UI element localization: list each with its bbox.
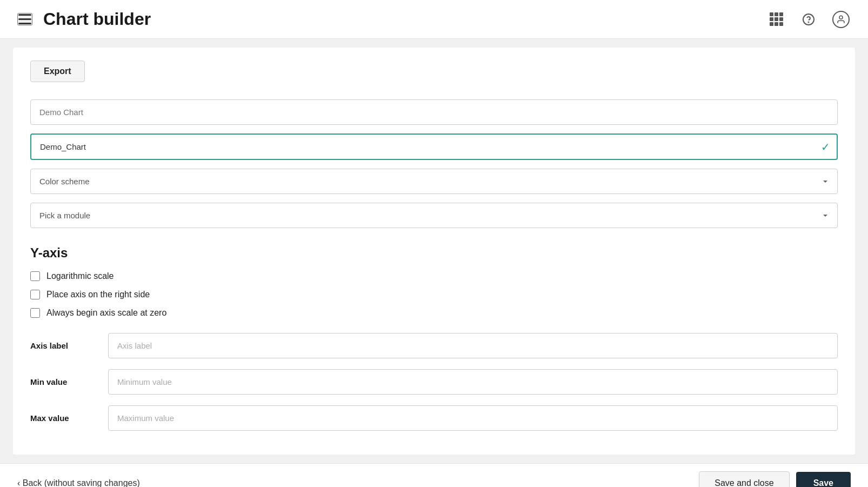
checkbox-right-side-input[interactable] [30, 290, 40, 299]
footer-right: Save and close Save [699, 471, 851, 488]
min-value-row: Min value [30, 369, 838, 395]
export-button[interactable]: Export [30, 61, 85, 82]
chart-id-input[interactable] [30, 134, 838, 160]
checkbox-right-side-label: Place axis on the right side [46, 290, 150, 299]
save-button[interactable]: Save [796, 472, 851, 488]
svg-point-1 [809, 22, 809, 22]
header-left: Chart builder [17, 9, 151, 29]
form-section: ✓ Color scheme Pick a module [30, 99, 838, 228]
user-icon [832, 11, 850, 28]
yaxis-title: Y-axis [30, 245, 838, 261]
user-button[interactable] [831, 10, 851, 29]
min-value-text: Min value [30, 377, 95, 386]
save-close-button[interactable]: Save and close [699, 471, 789, 488]
header-icons [766, 10, 851, 29]
checkbox-log-scale-input[interactable] [30, 271, 40, 281]
checkboxes-group: Logarithmic scale Place axis on the righ… [30, 271, 838, 318]
max-value-input[interactable] [108, 405, 838, 431]
yaxis-section: Y-axis Logarithmic scale Place axis on t… [30, 245, 838, 431]
main-content: Export ✓ Color scheme Pick a module Y-ax… [13, 48, 855, 455]
back-button[interactable]: ‹ Back (without saving changes) [17, 478, 140, 488]
max-value-text: Max value [30, 413, 95, 423]
axis-label-row: Axis label [30, 333, 838, 358]
axis-label-text: Axis label [30, 341, 95, 350]
checkbox-log-scale-label: Logarithmic scale [46, 271, 114, 281]
help-icon [802, 13, 815, 26]
apps-button[interactable] [766, 10, 786, 29]
pick-module-select[interactable]: Pick a module [30, 203, 838, 228]
checkbox-begin-zero-label: Always begin axis scale at zero [46, 308, 166, 318]
axis-label-input[interactable] [108, 333, 838, 358]
checkbox-right-side[interactable]: Place axis on the right side [30, 290, 838, 299]
chart-id-wrapper: ✓ [30, 134, 838, 160]
svg-point-2 [839, 16, 843, 19]
menu-icon[interactable] [17, 13, 32, 25]
header: Chart builder [0, 0, 868, 39]
page-title: Chart builder [43, 9, 151, 29]
chart-name-input[interactable] [30, 99, 838, 125]
color-scheme-select[interactable]: Color scheme [30, 169, 838, 194]
checkbox-log-scale[interactable]: Logarithmic scale [30, 271, 838, 281]
checkbox-begin-zero[interactable]: Always begin axis scale at zero [30, 308, 838, 318]
max-value-row: Max value [30, 405, 838, 431]
footer: ‹ Back (without saving changes) Save and… [0, 463, 868, 487]
checkbox-begin-zero-input[interactable] [30, 308, 40, 318]
check-icon: ✓ [821, 141, 830, 154]
grid-icon [770, 12, 783, 26]
min-value-input[interactable] [108, 369, 838, 395]
help-button[interactable] [799, 10, 818, 29]
